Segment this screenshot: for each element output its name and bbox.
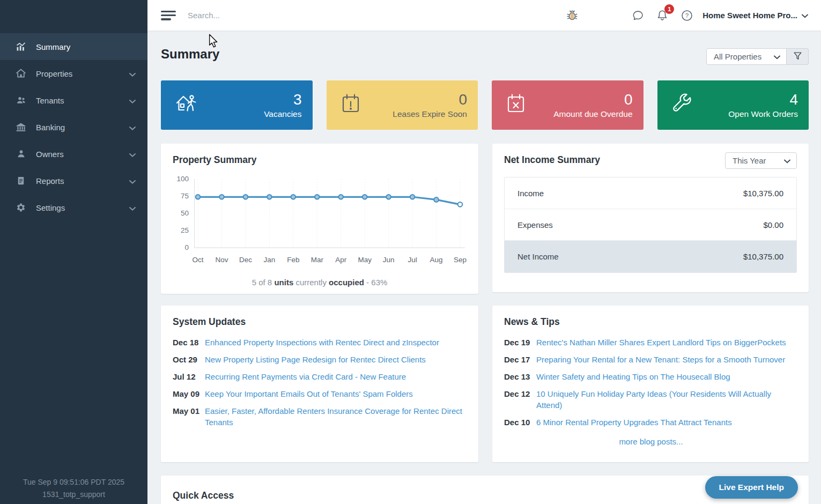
card-label: Open Work Orders — [728, 109, 798, 119]
list-item: Dec 13 Winter Safety and Heating Tips on… — [504, 371, 798, 382]
list-item: Oct 29 New Property Listing Page Redesig… — [173, 354, 468, 365]
table-row-income: Income $10,375.00 — [505, 177, 796, 209]
sidebar-item-owners[interactable]: Owners — [0, 140, 147, 167]
wrench-icon — [669, 91, 695, 119]
summary-chart-icon — [15, 41, 27, 53]
sidebar-item-label: Properties — [36, 69, 72, 78]
leases-expire-card[interactable]: 0 Leases Expire Soon — [327, 80, 478, 130]
card-label: Amount due Overdue — [553, 109, 632, 119]
list-item: May 09 Keep Your Important Emails Out of… — [173, 388, 468, 399]
search-input[interactable] — [188, 11, 381, 20]
news-link[interactable]: 10 Uniquely Fun Holiday Party Ideas (You… — [536, 388, 798, 411]
panel-title: Quick Access — [173, 490, 234, 501]
update-link[interactable]: Easier, Faster, Affordable Renters Insur… — [205, 405, 468, 428]
item-date: Dec 13 — [504, 371, 536, 382]
news-tips-list: Dec 19 Rentec's Nathan Miller Shares Exp… — [504, 337, 798, 446]
session-username: 1531_totp_support — [0, 488, 147, 501]
period-select[interactable]: This Year — [725, 152, 797, 169]
sidebar-item-reports[interactable]: Reports — [0, 167, 147, 194]
bug-report-icon[interactable] — [564, 8, 580, 24]
news-link[interactable]: 6 Minor Rental Property Upgrades That At… — [536, 417, 732, 428]
svg-text:?: ? — [685, 12, 689, 19]
system-updates-list: Dec 18 Enhanced Property Inspections wit… — [173, 337, 468, 434]
list-item: Dec 18 Enhanced Property Inspections wit… — [173, 337, 468, 348]
card-value: 0 — [553, 92, 632, 108]
row-label: Net Income — [517, 252, 559, 261]
list-item: May 01 Easier, Faster, Affordable Renter… — [173, 405, 468, 428]
page-title: Summary — [161, 47, 219, 62]
property-filter-select[interactable]: All Properties — [706, 48, 787, 65]
card-label: Vacancies — [264, 109, 301, 119]
funnel-icon — [793, 51, 802, 62]
table-row-net-income: Net Income $10,375.00 — [505, 241, 796, 272]
sidebar-item-summary[interactable]: Summary — [0, 33, 147, 60]
chevron-down-icon — [774, 52, 780, 61]
update-link[interactable]: Recurring Rent Payments via Credit Card … — [205, 371, 406, 382]
news-link[interactable]: Preparing Your Rental for a New Tenant: … — [536, 354, 785, 365]
occupancy-caption: 5 of 8 units currently occupied - 63% — [161, 278, 478, 287]
item-date: Dec 19 — [504, 337, 536, 348]
system-updates-panel: System Updates Dec 18 Enhanced Property … — [161, 306, 478, 462]
filter-button[interactable] — [787, 48, 809, 65]
update-link[interactable]: New Property Listing Page Redesign for R… — [205, 354, 426, 365]
update-link[interactable]: Keep Your Important Emails Out of Tenant… — [205, 388, 413, 399]
page-header-controls: All Properties — [706, 48, 809, 65]
panel-title: System Updates — [173, 316, 246, 328]
person-icon — [15, 148, 27, 160]
topbar-actions: 1 ? Home Sweet Home Pro... — [564, 8, 808, 24]
list-item: Dec 12 10 Uniquely Fun Holiday Party Ide… — [504, 388, 798, 411]
live-expert-help-button[interactable]: Live Expert Help — [705, 476, 798, 499]
panel-title: Net Income Summary — [504, 154, 600, 166]
chat-icon[interactable] — [630, 8, 646, 24]
item-date: May 01 — [173, 405, 205, 428]
sidebar-item-tenants[interactable]: Tenants — [0, 87, 147, 114]
update-link[interactable]: Enhanced Property Inspections with Rente… — [205, 337, 439, 348]
property-filter-value: All Properties — [714, 52, 761, 61]
item-date: Dec 10 — [504, 417, 536, 428]
work-orders-card[interactable]: 4 Open Work Orders — [657, 80, 809, 130]
kpi-cards: 3 Vacancies 0 Leases Expire Soon 0 — [161, 80, 809, 130]
sidebar-item-properties[interactable]: Properties — [0, 60, 147, 87]
more-blog-posts-link[interactable]: more blog posts... — [504, 437, 798, 446]
card-value: 3 — [264, 92, 301, 108]
sidebar-footer: Tue Sep 9 09:51:06 PDT 2025 1531_totp_su… — [0, 476, 147, 501]
account-name: Home Sweet Home Pro... — [702, 11, 797, 20]
sidebar-item-label: Tenants — [36, 96, 64, 105]
sidebar: Summary Properties Tenants Ba — [0, 0, 147, 504]
gear-icon — [15, 202, 27, 213]
table-row-expenses: Expenses $0.00 — [505, 209, 796, 241]
net-income-panel: Net Income Summary This Year Income $10,… — [492, 144, 809, 292]
vacancies-card[interactable]: 3 Vacancies — [161, 80, 313, 130]
item-date: Dec 18 — [173, 337, 205, 348]
vacancy-house-person-icon — [173, 91, 201, 119]
account-menu[interactable]: Home Sweet Home Pro... — [702, 11, 808, 20]
news-tips-panel: News & Tips Dec 19 Rentec's Nathan Mille… — [492, 306, 809, 462]
card-text: 4 Open Work Orders — [728, 92, 798, 119]
x-axis-labels: OctNovDecJanFebMarAprMayJunJulAugSep — [194, 256, 465, 265]
help-icon[interactable]: ? — [679, 8, 695, 24]
item-date: Jul 12 — [173, 371, 205, 382]
list-item: Dec 19 Rentec's Nathan Miller Shares Exp… — [504, 337, 798, 348]
sidebar-item-label: Settings — [36, 203, 65, 212]
bank-icon — [15, 121, 27, 133]
sidebar-item-label: Banking — [36, 123, 65, 132]
list-item: Dec 10 6 Minor Rental Property Upgrades … — [504, 417, 798, 428]
card-value: 4 — [728, 92, 798, 108]
chevron-down-icon — [129, 96, 136, 105]
card-text: 0 Amount due Overdue — [553, 92, 632, 119]
row-label: Expenses — [517, 220, 553, 229]
row-label: Income — [517, 189, 544, 198]
item-date: May 09 — [173, 388, 205, 399]
news-link[interactable]: Winter Safety and Heating Tips on The Ho… — [536, 371, 730, 382]
amount-overdue-card[interactable]: 0 Amount due Overdue — [492, 80, 644, 130]
list-item: Dec 17 Preparing Your Rental for a New T… — [504, 354, 798, 365]
news-link[interactable]: Rentec's Nathan Miller Shares Expert Lan… — [536, 337, 786, 348]
notifications-bell-icon[interactable]: 1 — [654, 8, 670, 24]
menu-toggle-button[interactable] — [161, 10, 176, 21]
net-income-table: Income $10,375.00 Expenses $0.00 Net Inc… — [504, 177, 797, 273]
chevron-down-icon — [129, 203, 136, 212]
sidebar-item-settings[interactable]: Settings — [0, 194, 147, 221]
panel-title: News & Tips — [504, 316, 560, 328]
sidebar-item-banking[interactable]: Banking — [0, 114, 147, 140]
chevron-down-icon — [802, 11, 808, 20]
